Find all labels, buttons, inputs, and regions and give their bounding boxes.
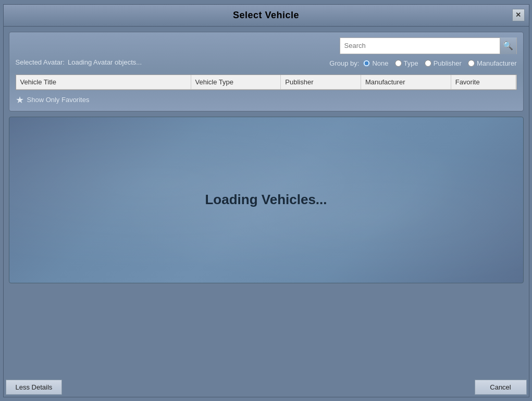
radio-none-label: None [372, 59, 388, 67]
vehicle-table: Vehicle Title Vehicle Type Publisher Man… [16, 74, 517, 90]
search-button[interactable]: 🔍 [500, 37, 516, 54]
favorites-row[interactable]: ★ Show Only Favorites [16, 94, 517, 106]
avatar-value: Loading Avatar objects... [68, 58, 142, 66]
radio-manufacturer-label: Manufacturer [477, 59, 517, 67]
search-icon: 🔍 [503, 41, 513, 51]
col-publisher: Publisher [281, 75, 361, 89]
close-button[interactable]: ✕ [512, 9, 525, 21]
radio-manufacturer[interactable]: Manufacturer [468, 59, 517, 67]
search-row: 🔍 [16, 37, 517, 54]
window-title: Select Vehicle [233, 10, 299, 21]
cancel-button[interactable]: Cancel [475, 380, 527, 395]
col-favorite: Favorite [451, 75, 516, 89]
radio-none-input[interactable] [363, 60, 370, 67]
avatar-label: Selected Avatar: [16, 58, 65, 66]
less-details-button[interactable]: Less Details [6, 380, 63, 395]
title-bar: Select Vehicle ✕ [4, 5, 529, 27]
footer: Less Details Cancel [4, 375, 529, 397]
radio-publisher-label: Publisher [434, 59, 462, 67]
radio-group: None Type Publisher Manufacturer [363, 59, 516, 67]
loading-text: Loading Vehicles... [205, 192, 327, 208]
loading-panel: Loading Vehicles... [9, 117, 524, 283]
search-container: 🔍 [340, 37, 517, 54]
col-vehicle-type: Vehicle Type [191, 75, 281, 89]
group-by-label: Group by: [329, 59, 359, 67]
radio-publisher-input[interactable] [425, 60, 431, 67]
controls-row: Selected Avatar: Loading Avatar objects.… [16, 58, 517, 70]
select-vehicle-window: Select Vehicle ✕ 🔍 Selected Avatar: [3, 4, 529, 397]
search-input[interactable] [340, 42, 500, 49]
radio-manufacturer-input[interactable] [468, 60, 475, 67]
col-manufacturer: Manufacturer [361, 75, 451, 89]
group-by-section: Group by: None Type Publisher [329, 59, 516, 67]
col-vehicle-title: Vehicle Title [16, 75, 191, 89]
radio-publisher[interactable]: Publisher [425, 59, 462, 67]
star-icon: ★ [16, 94, 24, 106]
main-content: 🔍 Selected Avatar: Loading Avatar object… [4, 27, 529, 375]
radio-type-label: Type [404, 59, 418, 67]
radio-type[interactable]: Type [395, 59, 418, 67]
top-panel: 🔍 Selected Avatar: Loading Avatar object… [9, 32, 524, 111]
avatar-section: Selected Avatar: Loading Avatar objects.… [16, 58, 142, 66]
table-header: Vehicle Title Vehicle Type Publisher Man… [16, 75, 516, 90]
radio-type-input[interactable] [395, 60, 402, 67]
radio-none[interactable]: None [363, 59, 388, 67]
show-favorites-label[interactable]: Show Only Favorites [27, 96, 90, 104]
